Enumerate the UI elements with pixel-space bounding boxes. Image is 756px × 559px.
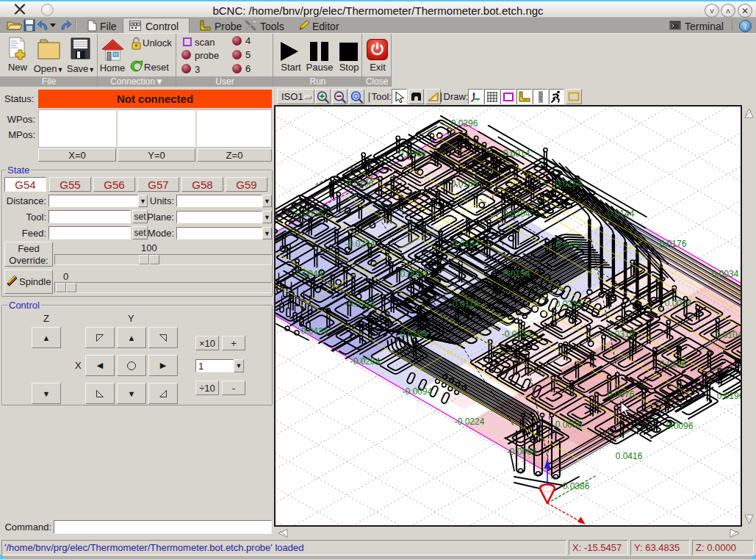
svg-text:-0.0026: -0.0026 — [293, 209, 323, 219]
svg-text:-0.0084: -0.0084 — [397, 269, 428, 279]
svg-text:0.0176: 0.0176 — [660, 239, 687, 249]
svg-text:0.0106: 0.0106 — [347, 178, 374, 189]
svg-text:0.0316: 0.0316 — [608, 329, 635, 339]
svg-text:-0.0044: -0.0044 — [293, 269, 323, 279]
svg-text:0.0014: 0.0014 — [503, 148, 530, 159]
svg-text:-0.0204: -0.0204 — [345, 239, 375, 249]
svg-text:-0.0124: -0.0124 — [345, 299, 375, 309]
svg-text:-0.0184: -0.0184 — [450, 239, 480, 249]
svg-text:0.0296: 0.0296 — [451, 118, 478, 129]
svg-text:-0.0284: -0.0284 — [350, 356, 381, 367]
svg-text:0.0034: 0.0034 — [712, 269, 739, 279]
svg-text:0.0254: 0.0254 — [555, 178, 583, 189]
svg-text:0.0144: 0.0144 — [608, 209, 635, 219]
svg-text:-0.0114: -0.0114 — [450, 299, 479, 309]
svg-text:-0.0064: -0.0064 — [507, 447, 537, 457]
svg-text:-0.0224: -0.0224 — [455, 416, 485, 427]
svg-text:0.0196: 0.0196 — [717, 391, 741, 401]
svg-text:0.0136: 0.0136 — [660, 359, 687, 369]
svg-text:-0.0034: -0.0034 — [502, 329, 532, 339]
svg-text:0.0234: 0.0234 — [555, 299, 583, 309]
svg-text:0.0186: 0.0186 — [451, 178, 478, 189]
svg-text:0.0386: 0.0386 — [563, 481, 590, 491]
svg-text:-0.0094: -0.0094 — [403, 386, 433, 397]
svg-text:0.0024: 0.0024 — [665, 298, 692, 309]
svg-text:0.0304: 0.0304 — [556, 239, 583, 250]
svg-text:0.0264: 0.0264 — [503, 209, 530, 219]
svg-text:0.0104: 0.0104 — [716, 330, 741, 340]
svg-text:0.0154: 0.0154 — [503, 269, 530, 279]
svg-text:0.0056: 0.0056 — [555, 419, 583, 430]
svg-text:-0.0154: -0.0154 — [397, 329, 428, 339]
svg-text:0.0066: 0.0066 — [399, 148, 426, 159]
svg-text:0.0096: 0.0096 — [666, 421, 694, 431]
svg-text:0.0416: 0.0416 — [616, 451, 643, 461]
svg-text:0.0076: 0.0076 — [608, 389, 635, 400]
svg-text:-0.0434: -0.0434 — [298, 326, 328, 336]
